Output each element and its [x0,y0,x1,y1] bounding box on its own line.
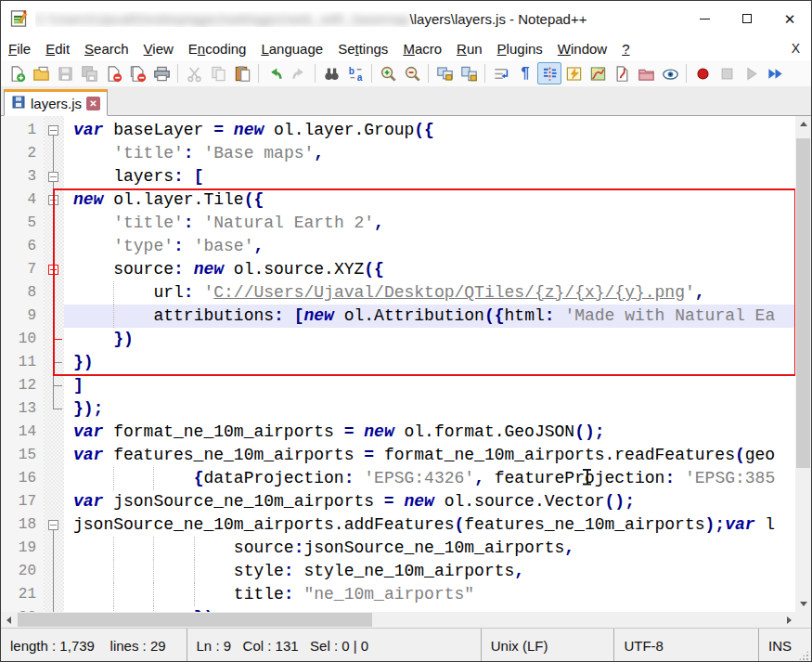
zoom-out-icon[interactable] [400,62,424,84]
code-text[interactable]: layers: [ [64,165,795,188]
code-text[interactable]: jsonSource_ne_10m_airports.addFeatures(f… [64,513,795,537]
menu-item-settings[interactable]: Settings [330,38,395,59]
menu-item-language[interactable]: Language [253,38,330,59]
close-file-icon[interactable] [101,62,125,84]
maximize-button[interactable] [726,1,768,36]
monitoring-icon[interactable] [658,62,682,84]
fold-cell [44,374,64,397]
minimize-button[interactable] [683,1,726,36]
fold-cell [44,467,64,490]
menu-item-edit[interactable]: Edit [38,38,77,59]
code-text[interactable]: {dataProjection: 'EPSG:4326', featurePro… [64,467,795,490]
menu-item-encoding[interactable]: Encoding [181,38,254,59]
redo-icon[interactable] [287,62,311,84]
find-icon[interactable] [319,62,343,84]
menu-item-file[interactable]: File [1,38,38,59]
code-text[interactable]: source:jsonSource_ne_10m_airports, [64,537,795,560]
menu-item-macro[interactable]: Macro [395,38,449,59]
tabbar: layers.js✕ [1,86,811,116]
show-all-characters-icon[interactable]: ¶ [513,62,537,84]
fold-cell [44,583,64,606]
macro-record-icon[interactable] [690,62,715,84]
document-map-icon[interactable] [586,62,610,84]
scroll-left-button[interactable] [1,612,17,628]
code-line-12: 12] [1,374,795,397]
macro-play-icon[interactable] [739,62,763,84]
line-number: 14 [1,421,44,444]
code-text[interactable]: var jsonSource_ne_10m_airports = new ol.… [64,490,795,513]
svg-text:b: b [348,65,354,75]
fold-cell [44,490,64,513]
menu-item-plugins[interactable]: Plugins [490,38,550,59]
menubar-close-x[interactable]: X [792,41,811,56]
show-indent-guide-icon[interactable] [537,62,561,84]
tab-close-icon[interactable]: ✕ [86,97,100,110]
macro-stop-icon[interactable] [715,62,739,84]
print-icon[interactable] [149,62,174,84]
fold-toggle-icon[interactable] [48,520,58,530]
horizontal-scrollbar[interactable] [1,612,797,628]
sync-vertical-scroll-icon[interactable] [432,62,457,84]
cut-icon[interactable] [182,62,206,84]
code-text[interactable]: 'title': 'Base maps', [64,142,795,165]
paste-icon[interactable] [230,62,254,84]
open-file-icon[interactable] [29,62,53,84]
fold-cell [44,513,64,537]
code-text[interactable]: var features_ne_10m_airports = format_ne… [64,444,795,467]
scroll-down-button[interactable] [795,596,811,612]
line-number: 20 [1,560,44,583]
fold-toggle-icon[interactable] [48,172,58,182]
line-number: 9 [1,305,44,328]
close-all-icon[interactable] [125,62,149,84]
save-all-icon[interactable] [77,62,101,84]
notepadpp-window: C:\Users\Ujaval\Desktop\qgis2web\qgis2we… [0,0,812,662]
fold-cell [44,142,64,165]
tab-label: layers.js [31,96,82,111]
replace-icon[interactable]: ba [343,62,367,84]
folder-as-workspace-icon[interactable] [634,62,658,84]
menu-item-window[interactable]: Window [550,38,614,59]
horizontal-scrollbar-thumb[interactable] [18,613,372,627]
menu-item-help[interactable]: ? [614,38,637,59]
new-file-icon[interactable] [5,62,29,84]
save-icon[interactable] [53,62,77,84]
code-line-14: 14var format_ne_10m_airports = new ol.fo… [1,421,795,444]
undo-icon[interactable] [263,62,287,84]
redacted-path: C:\Users\Ujaval\Desktop\qgis2web\qgis2we… [35,11,410,27]
code-text[interactable]: ] [64,374,795,397]
code-text[interactable]: var baseLayer = new ol.layer.Group({ [64,119,795,142]
menu-item-search[interactable]: Search [77,38,136,59]
indent-guide-line [153,537,154,560]
code-line-20: 20 style: style_ne_10m_airports, [1,560,795,583]
tab-layers.js[interactable]: layers.js✕ [4,89,108,116]
code-line-16: 16 {dataProjection: 'EPSG:4326', feature… [1,467,795,490]
menu-item-run[interactable]: Run [449,38,490,59]
line-number: 18 [1,513,44,537]
macro-run-multiple-icon[interactable] [763,62,787,84]
indent-guide-line [153,467,154,490]
document-list-icon[interactable] [610,62,634,84]
code-editor[interactable]: 1var baseLayer = new ol.layer.Group({2 '… [1,116,795,612]
line-number: 11 [1,351,44,374]
vertical-scrollbar-thumb[interactable] [796,138,810,468]
vertical-scrollbar[interactable] [795,116,811,612]
code-text[interactable]: }); [64,397,795,421]
fold-toggle-icon[interactable] [48,125,58,136]
zoom-in-icon[interactable] [376,62,400,84]
sync-horizontal-scroll-icon[interactable] [457,62,481,84]
close-button[interactable]: ✕ [768,1,811,36]
menu-item-view[interactable]: View [136,38,181,59]
status-cursor-position: Ln : 9 Col : 131 Sel : 0 | 0 [187,629,481,662]
word-wrap-icon[interactable] [489,62,513,84]
function-list-icon[interactable] [561,62,586,84]
indent-guide-line [113,467,114,490]
code-line-21: 21 title: "ne_10m_airports" [1,583,795,606]
fold-cell [44,560,64,583]
code-text[interactable]: var format_ne_10m_airports = new ol.form… [64,421,795,444]
code-text[interactable]: style: style_ne_10m_airports, [64,560,795,583]
scroll-up-button[interactable] [795,116,811,132]
copy-icon[interactable] [206,62,230,84]
line-number: 2 [1,142,44,165]
window-title: C:\Users\Ujaval\Desktop\qgis2web\qgis2we… [35,11,683,27]
code-text[interactable]: title: "ne_10m_airports" [64,583,795,606]
